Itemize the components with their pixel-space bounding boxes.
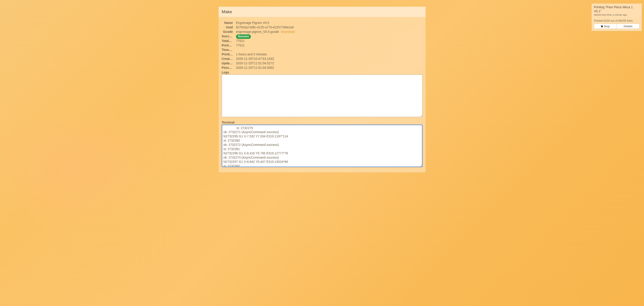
field-printed: Printe… 77521 <box>222 44 422 48</box>
field-name: Name Engrenage Pignon V0.5 <box>222 21 422 25</box>
field-value: 827fc0a2-bdfc-4125-a770-e2207769e2a0 <box>236 25 422 29</box>
field-value: Success <box>236 34 422 39</box>
field-value: 1 hours and 3 minutes <box>236 52 422 56</box>
gcode-filename: engrenage-pignon_V0.5.gcode <box>236 30 279 33</box>
field-label: Time R… <box>222 48 234 52</box>
print-status-notification: Printing "Pam Piece Meca 1 V0.1" started… <box>592 3 642 31</box>
field-value: Engrenage Pignon V0.5 <box>236 21 422 24</box>
notification-buttons: Stop Details <box>594 24 640 29</box>
terminal-textarea[interactable] <box>222 125 422 167</box>
field-label: Updat… <box>222 61 234 65</box>
field-label: Printe… <box>222 44 234 47</box>
make-panel: Make Name Engrenage Pignon V0.5 Uuid 827… <box>218 7 426 172</box>
field-value: engrenage-pignon_V0.5.gcode Download <box>236 30 422 33</box>
logs-textarea[interactable] <box>222 75 422 117</box>
panel-body: Name Engrenage Pignon V0.5 Uuid 827fc0a2… <box>218 17 426 172</box>
field-label: Uuid <box>222 25 234 29</box>
field-label: Total L… <box>222 39 234 43</box>
field-label: Printi… <box>222 52 234 56</box>
field-updated: Updat… 2020-11-25T11:51:04.527Z <box>222 61 422 66</box>
stop-icon <box>601 25 603 27</box>
field-label: Name <box>222 21 234 24</box>
field-value: 2020-11-25T10:47:53.193Z <box>236 57 422 61</box>
field-label: Success <box>222 34 234 38</box>
field-value: 2020-11-25T11:51:04.527Z <box>236 61 422 65</box>
notification-body: Printed 6100 out of 66435 lines. Stop De… <box>592 17 642 31</box>
field-uuid: Uuid 827fc0a2-bdfc-4125-a770-e2207769e2a… <box>222 25 422 30</box>
details-button-label: Details <box>624 24 632 28</box>
notification-header: Printing "Pam Piece Meca 1 V0.1" started… <box>592 3 642 17</box>
field-success: Success Success <box>222 34 422 39</box>
terminal-label: Terminal <box>222 121 422 124</box>
logs-label: Logs <box>222 71 422 74</box>
download-link[interactable]: Download <box>281 30 295 33</box>
field-finished: Finish… 2020-11-25T11:51:04.506Z <box>222 66 422 70</box>
panel-title: Make <box>218 7 426 17</box>
field-label: Create… <box>222 57 234 61</box>
field-gcode: Gcode engrenage-pignon_V0.5.gcode Downlo… <box>222 30 422 34</box>
stop-button[interactable]: Stop <box>594 24 617 29</box>
field-time-remaining: Time R… <box>222 48 422 52</box>
notification-subtitle: started less than a minute ago <box>594 13 640 16</box>
field-value: 77521 <box>236 39 422 43</box>
status-badge: Success <box>236 34 251 39</box>
field-value: 2020-11-25T11:51:04.506Z <box>236 66 422 69</box>
field-total-lines: Total L… 77521 <box>222 39 422 43</box>
field-value: 77521 <box>236 44 422 47</box>
stop-button-label: Stop <box>604 24 610 28</box>
details-button[interactable]: Details <box>617 24 640 29</box>
field-label: Gcode <box>222 30 234 33</box>
field-label: Finish… <box>222 66 234 69</box>
notification-title: Printing "Pam Piece Meca 1 V0.1" <box>594 5 640 13</box>
field-printing-time: Printi… 1 hours and 3 minutes <box>222 52 422 57</box>
notification-progress: Printed 6100 out of 66435 lines. <box>594 19 640 22</box>
field-created: Create… 2020-11-25T10:47:53.193Z <box>222 57 422 61</box>
